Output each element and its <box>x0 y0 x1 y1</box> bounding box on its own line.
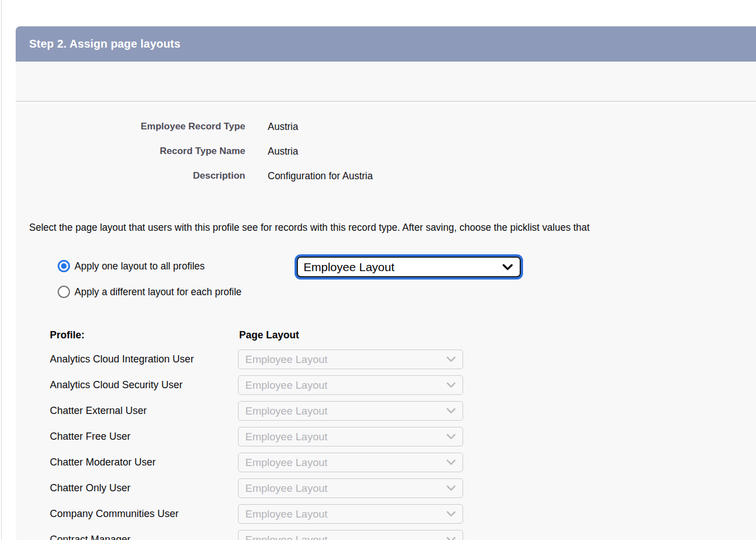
layout-value: Employee Layout <box>245 508 328 520</box>
profile-name: Analytics Cloud Security User <box>50 379 238 391</box>
profile-name: Chatter Free User <box>50 431 238 443</box>
chevron-down-icon <box>446 434 456 440</box>
left-border-line <box>1 0 2 540</box>
profile-row: Contract Manager Employee Layout <box>50 530 463 540</box>
profile-name: Company Communities User <box>50 508 238 520</box>
radio-label: Apply a different layout for each profil… <box>74 286 241 298</box>
layout-value: Employee Layout <box>245 534 328 540</box>
profile-row: Chatter Only User Employee Layout <box>50 478 463 498</box>
page-layout-select-disabled: Employee Layout <box>238 427 463 446</box>
page-layout-select-disabled: Employee Layout <box>238 530 463 540</box>
detail-value: Austria <box>268 146 298 157</box>
page-layout-select-disabled: Employee Layout <box>238 504 463 524</box>
radio-option-apply-one-layout[interactable]: Apply one layout to all profiles <box>58 259 205 273</box>
radio-option-apply-different-layout[interactable]: Apply a different layout for each profil… <box>58 285 241 299</box>
chevron-down-icon <box>446 382 456 388</box>
layout-value: Employee Layout <box>245 457 328 469</box>
page-layout-select-disabled: Employee Layout <box>238 375 463 395</box>
layout-value: Employee Layout <box>245 353 328 366</box>
page-layout-master-select[interactable]: Employee Layout <box>297 257 521 277</box>
layout-value: Employee Layout <box>245 405 328 417</box>
profile-name: Analytics Cloud Integration User <box>50 353 238 365</box>
toolbar-band <box>16 62 756 102</box>
selected-layout-value: Employee Layout <box>304 260 394 274</box>
chevron-down-icon <box>446 408 456 414</box>
profile-name: Chatter External User <box>50 405 238 417</box>
profile-row: Company Communities User Employee Layout <box>50 504 463 524</box>
profile-name: Contract Manager <box>50 534 238 540</box>
page-layout-select-disabled: Employee Layout <box>238 478 463 498</box>
profile-name: Chatter Only User <box>50 482 238 494</box>
chevron-down-icon <box>502 264 513 271</box>
profile-row: Chatter External User Employee Layout <box>50 401 463 421</box>
detail-label: Description <box>16 170 245 181</box>
detail-value: Austria <box>268 121 298 133</box>
step-header-bar: Step 2. Assign page layouts <box>16 26 756 62</box>
page-layout-select-disabled: Employee Layout <box>238 350 463 369</box>
detail-row-record-type-name: Record Type Name Austria <box>16 139 373 164</box>
chevron-down-icon <box>446 537 456 540</box>
chevron-down-icon <box>446 511 456 517</box>
chevron-down-icon <box>446 485 456 491</box>
layout-value: Employee Layout <box>245 431 328 443</box>
profile-row: Analytics Cloud Security User Employee L… <box>50 375 463 395</box>
chevron-down-icon <box>446 459 456 465</box>
chevron-down-icon <box>446 356 456 362</box>
instruction-text: Select the page layout that users with t… <box>29 222 590 234</box>
layout-value: Employee Layout <box>245 482 328 495</box>
detail-value: Configuration for Austria <box>268 170 373 182</box>
page-layout-select-disabled: Employee Layout <box>238 401 463 421</box>
profile-row: Chatter Moderator User Employee Layout <box>50 453 463 472</box>
profile-column-header: Profile: <box>50 329 85 341</box>
step-title: Step 2. Assign page layouts <box>29 38 180 50</box>
profile-name: Chatter Moderator User <box>50 457 238 468</box>
profile-row: Chatter Free User Employee Layout <box>50 427 463 446</box>
record-details: Employee Record Type Austria Record Type… <box>16 114 373 188</box>
page-layout-select-disabled: Employee Layout <box>238 453 463 472</box>
detail-label: Record Type Name <box>16 146 245 157</box>
radio-unselected-icon[interactable] <box>58 286 70 298</box>
detail-label: Employee Record Type <box>16 121 245 132</box>
detail-row-description: Description Configuration for Austria <box>16 164 373 188</box>
radio-label: Apply one layout to all profiles <box>74 260 205 272</box>
layout-value: Employee Layout <box>245 379 328 392</box>
radio-selected-icon[interactable] <box>58 260 70 272</box>
detail-row-record-type: Employee Record Type Austria <box>16 114 373 139</box>
page-layout-column-header: Page Layout <box>239 329 299 341</box>
panel-content: Employee Record Type Austria Record Type… <box>16 103 756 540</box>
profile-row: Analytics Cloud Integration User Employe… <box>50 350 463 369</box>
